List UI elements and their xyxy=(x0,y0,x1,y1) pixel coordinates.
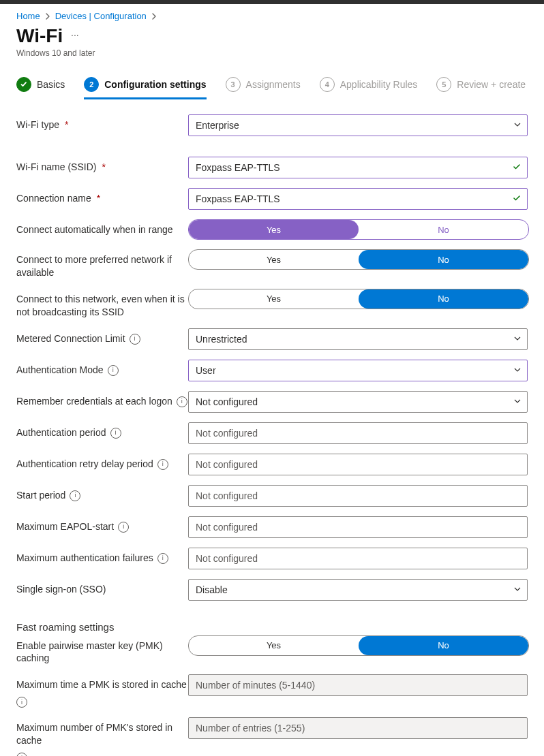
authentication-mode-select[interactable]: User xyxy=(188,360,528,381)
authentication-retry-delay-label: Authentication retry delay period xyxy=(16,458,153,471)
page-title: Wi-Fi xyxy=(16,25,63,47)
toggle-no[interactable]: No xyxy=(359,220,528,239)
toggle-yes[interactable]: Yes xyxy=(189,636,359,655)
select-value: Unrestricted xyxy=(196,334,507,345)
maximum-auth-failures-input[interactable]: Not configured xyxy=(188,548,528,569)
toggle-no[interactable]: No xyxy=(359,636,528,655)
single-sign-on-label: Single sign-on (SSO) xyxy=(16,583,106,596)
chevron-right-icon xyxy=(44,13,51,20)
info-icon[interactable]: i xyxy=(108,365,119,376)
authentication-retry-delay-input[interactable]: Not configured xyxy=(188,454,528,475)
connect-hidden-ssid-toggle[interactable]: Yes No xyxy=(188,289,529,309)
step-assignments[interactable]: 3 Assignments xyxy=(226,77,301,99)
step-review-create[interactable]: 5 Review + create xyxy=(436,77,526,99)
input-placeholder: Not configured xyxy=(196,459,507,470)
info-icon[interactable]: i xyxy=(177,396,187,407)
maximum-auth-failures-label: Maximum authentication failures xyxy=(16,552,153,565)
step-label: Applicability Rules xyxy=(340,79,418,90)
pmk-max-number-input: Number of entries (1-255) xyxy=(188,717,528,739)
metered-limit-select[interactable]: Unrestricted xyxy=(188,328,528,350)
authentication-period-input[interactable]: Not configured xyxy=(188,422,528,444)
wizard-steps: Basics 2 Configuration settings 3 Assign… xyxy=(16,77,528,99)
step-label: Basics xyxy=(37,79,65,90)
authentication-period-label: Authentication period xyxy=(16,426,106,439)
window-topbar xyxy=(0,0,544,4)
info-icon[interactable]: i xyxy=(157,459,168,470)
step-label: Review + create xyxy=(457,79,526,90)
single-sign-on-select[interactable]: Disable xyxy=(188,579,528,601)
input-value: Foxpass EAP-TTLS xyxy=(196,193,507,204)
maximum-eapol-start-label: Maximum EAPOL-start xyxy=(16,520,114,533)
step-number: 2 xyxy=(84,77,99,92)
step-applicability-rules[interactable]: 4 Applicability Rules xyxy=(320,77,418,99)
input-value: Foxpass EAP-TTLS xyxy=(196,162,507,173)
breadcrumb-home[interactable]: Home xyxy=(16,11,40,21)
connect-automatically-toggle[interactable]: Yes No xyxy=(188,219,529,240)
step-configuration-settings[interactable]: 2 Configuration settings xyxy=(84,77,206,99)
input-placeholder: Not configured xyxy=(196,490,507,501)
info-icon[interactable]: i xyxy=(16,753,27,756)
chevron-down-icon xyxy=(513,396,522,407)
pmk-max-time-label: Maximum time a PMK is stored in cache xyxy=(16,678,187,691)
toggle-yes[interactable]: Yes xyxy=(189,250,359,269)
toggle-yes[interactable]: Yes xyxy=(189,289,359,309)
breadcrumb: Home Devices | Configuration xyxy=(16,11,528,21)
start-period-input[interactable]: Not configured xyxy=(188,485,528,507)
chevron-right-icon xyxy=(151,13,157,20)
page-subtitle: Windows 10 and later xyxy=(16,48,528,58)
breadcrumb-devices-configuration[interactable]: Devices | Configuration xyxy=(55,11,147,21)
wifi-ssid-input[interactable]: Foxpass EAP-TTLS xyxy=(188,157,528,178)
info-icon[interactable]: i xyxy=(118,522,129,533)
input-placeholder: Not configured xyxy=(196,428,507,439)
connection-name-input[interactable]: Foxpass EAP-TTLS xyxy=(188,188,528,210)
step-basics[interactable]: Basics xyxy=(16,77,65,99)
step-number: 5 xyxy=(436,77,451,92)
pmk-max-number-label: Maximum number of PMK's stored in cache xyxy=(16,721,188,747)
connection-name-label: Connection name xyxy=(16,192,91,205)
connect-more-preferred-toggle[interactable]: Yes No xyxy=(188,249,529,270)
wifi-ssid-label: Wi-Fi name (SSID) xyxy=(16,161,96,174)
input-placeholder: Number of minutes (5-1440) xyxy=(196,680,507,691)
step-number: 3 xyxy=(226,77,241,92)
input-placeholder: Not configured xyxy=(196,522,507,533)
info-icon[interactable]: i xyxy=(157,553,168,564)
pmk-caching-toggle[interactable]: Yes No xyxy=(188,635,529,656)
chevron-down-icon xyxy=(513,584,522,595)
info-icon[interactable]: i xyxy=(110,428,121,439)
toggle-yes[interactable]: Yes xyxy=(189,220,359,239)
chevron-down-icon xyxy=(513,334,522,345)
required-asterisk: * xyxy=(97,192,100,205)
select-value: Not configured xyxy=(196,396,507,407)
metered-limit-label: Metered Connection Limit xyxy=(16,332,125,345)
checkmark-icon xyxy=(512,193,522,205)
chevron-down-icon xyxy=(513,120,522,131)
pmk-caching-label: Enable pairwise master key (PMK) caching xyxy=(16,640,188,665)
remember-credentials-label: Remember credentials at each logon xyxy=(16,395,172,408)
select-value: Enterprise xyxy=(196,120,507,131)
input-placeholder: Not configured xyxy=(196,553,507,564)
start-period-label: Start period xyxy=(16,489,65,502)
info-icon[interactable]: i xyxy=(16,697,27,708)
select-value: Disable xyxy=(196,584,507,595)
step-label: Assignments xyxy=(246,79,301,90)
pmk-max-time-input: Number of minutes (5-1440) xyxy=(188,674,528,696)
toggle-no[interactable]: No xyxy=(359,250,528,269)
fast-roaming-section-title: Fast roaming settings xyxy=(16,621,528,633)
check-icon xyxy=(16,77,31,92)
maximum-eapol-start-input[interactable]: Not configured xyxy=(188,516,528,538)
checkmark-icon xyxy=(512,162,522,174)
step-label: Configuration settings xyxy=(104,79,206,90)
connect-automatically-label: Connect automatically when in range xyxy=(16,223,173,236)
more-actions-button[interactable]: ··· xyxy=(71,29,79,40)
chevron-down-icon xyxy=(513,365,522,376)
select-value: User xyxy=(196,365,507,376)
info-icon[interactable]: i xyxy=(70,490,80,501)
connect-hidden-ssid-label: Connect to this network, even when it is… xyxy=(16,293,188,319)
step-number: 4 xyxy=(320,77,335,92)
info-icon[interactable]: i xyxy=(130,334,140,345)
toggle-no[interactable]: No xyxy=(359,289,528,309)
required-asterisk: * xyxy=(65,119,68,131)
required-asterisk: * xyxy=(102,161,105,174)
wifi-type-select[interactable]: Enterprise xyxy=(188,114,528,136)
remember-credentials-select[interactable]: Not configured xyxy=(188,391,528,413)
